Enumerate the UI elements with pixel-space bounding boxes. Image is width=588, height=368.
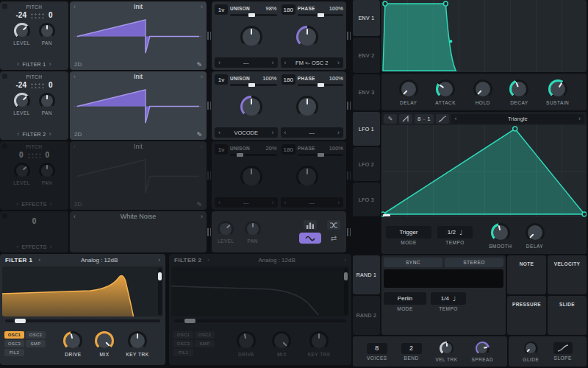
sample-menu-icon[interactable] [2,213,7,219]
next-icon[interactable]: › [272,130,274,136]
distortion-knob[interactable] [296,26,318,48]
next-icon[interactable]: › [337,60,340,66]
mod-source-note[interactable]: NOTE [507,255,546,294]
random-lfo-display[interactable] [384,269,503,288]
next-icon[interactable]: › [201,4,203,10]
resize-handle[interactable] [346,141,351,210]
tab-lfo-2[interactable]: LFO 2 [353,147,380,181]
mod-source-pressure[interactable]: PRESSURE [507,296,546,335]
filter2-input-fil1[interactable]: FIL1 [173,349,193,356]
lfo-graph[interactable] [381,125,587,217]
next-icon[interactable]: › [50,201,52,208]
sample-tune-value[interactable]: 0 [32,217,37,225]
unison-detune-slider[interactable] [230,154,277,156]
filter1-input-osc2[interactable]: OSC2 [26,331,46,339]
glide-slope-display[interactable] [553,342,573,354]
lfo-mode-selector[interactable]: Trigger [386,226,431,238]
rand-mode-selector[interactable]: Perlin [384,292,426,305]
filter1-model-selector[interactable]: ‹ Analog : 12dB › [38,257,160,263]
next-icon[interactable]: › [158,257,160,263]
tab-rand-2[interactable]: RAND 2 [353,296,380,335]
env-decay-knob[interactable] [509,79,528,99]
next-icon[interactable]: › [272,60,274,66]
phase-slider[interactable] [298,84,343,86]
tune-value[interactable]: 0 [49,81,53,89]
pan-knob[interactable] [39,163,55,179]
lfo-tempo-selector[interactable]: 1/2 ♩ [437,226,473,238]
filter1-blend-slider[interactable] [158,268,162,315]
filter1-input-smp[interactable]: SMP [26,340,46,347]
bend-value[interactable]: 2 [401,343,422,354]
resize-handle[interactable] [207,211,212,252]
next-icon[interactable]: › [49,61,51,68]
env-attack-knob[interactable] [436,79,455,99]
wave-edit-icon[interactable]: ✎ [196,131,202,138]
resize-handle[interactable] [346,211,351,252]
tune-value[interactable]: 0 [46,151,50,159]
transpose-snap-grid[interactable] [29,12,46,18]
filter2-response-display[interactable] [171,266,349,316]
lfo-paint-icon[interactable]: ✎ [384,114,397,124]
env-hold-knob[interactable] [473,79,492,99]
sample-pan-knob[interactable] [245,221,261,237]
unison-detune-slider[interactable] [230,84,277,86]
osc2-routing-selector[interactable]: ‹ FILTER 2 › [17,131,51,138]
next-icon[interactable]: › [49,131,51,138]
unison-voices-value[interactable]: 1v [215,4,228,15]
prev-icon[interactable]: ‹ [16,244,18,250]
filter1-drive-knob[interactable] [63,331,82,350]
spectral-morph-knob[interactable] [240,96,262,118]
osc-menu-icon[interactable] [2,74,7,79]
filter1-keytrk-knob[interactable] [128,331,147,350]
prev-icon[interactable]: ‹ [74,144,76,150]
filter2-keytrk-knob[interactable] [309,331,329,350]
sample-waveform-display[interactable]: ‹ White Noise › [70,211,207,252]
filter2-title[interactable]: FILTER 2 [174,257,201,263]
spread-knob[interactable] [476,342,490,355]
prev-icon[interactable]: ‹ [16,201,18,208]
unison-detune-slider[interactable] [230,14,277,16]
sample-bounce-icon[interactable]: ⇄ [331,234,337,242]
filter2-input-osc3[interactable]: OSC3 [173,340,193,347]
lfo-phase-marker[interactable] [383,214,390,216]
view-mode-toggle[interactable]: 2D [74,201,82,208]
filter2-drive-knob[interactable] [237,331,256,350]
pan-knob[interactable] [39,93,55,109]
sample-keytrack-icon[interactable] [304,220,317,230]
tab-env-1[interactable]: ENV 1 [353,0,380,36]
filter1-title[interactable]: FILTER 1 [5,257,32,263]
spectral-morph-selector[interactable]: ‹ VOCODE › [215,127,278,138]
spectral-morph-selector[interactable]: ‹ --- › [215,57,278,68]
level-knob[interactable] [14,23,30,39]
view-mode-toggle[interactable]: 2D [74,61,82,68]
next-icon[interactable]: › [50,244,52,250]
next-icon[interactable]: › [344,257,346,263]
lfo-delay-knob[interactable] [526,223,545,242]
env-sustain-knob[interactable] [548,79,567,99]
filter1-cutoff-slider[interactable] [5,319,160,322]
tune-value[interactable]: 0 [49,11,53,19]
filter1-response-display[interactable] [2,266,163,316]
sample-routing-selector[interactable]: ‹ EFFECTS › [16,244,52,250]
resize-handle[interactable] [346,1,351,70]
filter2-input-smp[interactable]: SMP [195,340,215,347]
rand-sync-button[interactable]: SYNC [384,258,442,267]
transpose-snap-grid[interactable] [29,82,46,88]
wave-edit-icon[interactable]: ✎ [196,61,202,68]
mod-source-velocity[interactable]: VELOCITY [548,255,587,294]
phase-slider[interactable] [298,14,343,16]
next-icon[interactable]: › [201,213,203,220]
filter2-model-selector[interactable]: ‹ Analog : 12dB › [207,257,346,263]
vel-trk-knob[interactable] [440,342,453,355]
osc-menu-icon[interactable] [2,4,7,9]
transpose-value[interactable]: 0 [19,151,24,159]
pan-knob[interactable] [39,23,55,39]
wavetable-name[interactable]: Init [134,3,143,10]
resize-handle[interactable] [207,1,212,70]
next-icon[interactable]: › [337,199,340,206]
wavetable-name[interactable]: Init [134,143,143,150]
sample-level-knob[interactable] [218,221,234,237]
prev-icon[interactable]: ‹ [17,61,19,68]
transpose-value[interactable]: -24 [15,11,26,19]
phase-value[interactable]: 180 [282,74,295,85]
